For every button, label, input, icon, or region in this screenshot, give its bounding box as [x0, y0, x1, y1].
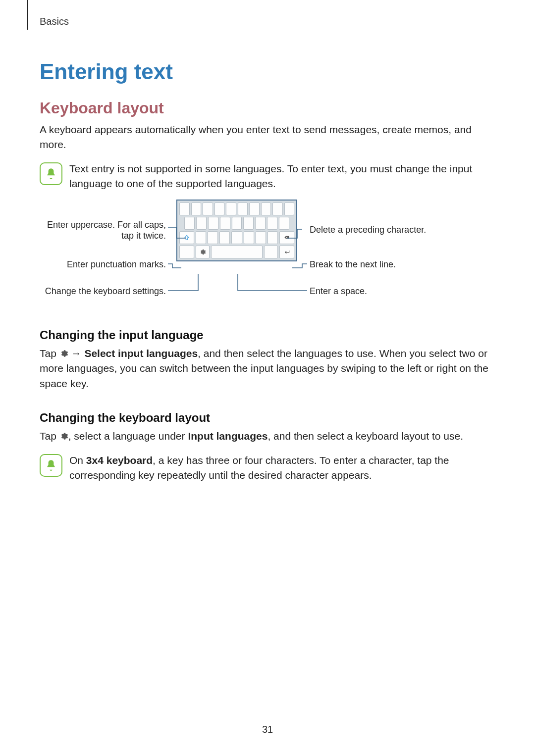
- subheading-input-language: Changing the input language: [40, 328, 495, 342]
- key-blank: [184, 217, 195, 230]
- symbols-key: [179, 246, 194, 258]
- key-blank: [243, 217, 254, 230]
- bold-text: 3x4 keyboard: [86, 454, 153, 466]
- subheading-keyboard-layout: Changing the keyboard layout: [40, 411, 495, 425]
- key-blank: [232, 217, 242, 230]
- text: , and then select a keyboard layout to u…: [268, 430, 463, 442]
- callout-nextline: Break to the next line.: [310, 259, 458, 270]
- callout-uppercase: Enter uppercase. For all caps, tap it tw…: [40, 219, 166, 242]
- callout-space: Enter a space.: [310, 286, 458, 297]
- key-blank: [267, 217, 277, 230]
- intro-paragraph: A keyboard appears automatically when yo…: [40, 122, 495, 152]
- backspace-key: [279, 231, 294, 244]
- key-blank: [268, 231, 278, 244]
- note-3x4-keyboard: On 3x4 keyboard, a key has three or four…: [40, 453, 495, 483]
- keyboard-graphic: [176, 200, 297, 261]
- key-blank: [219, 231, 230, 244]
- key-blank: [255, 217, 266, 230]
- settings-key: [196, 246, 210, 258]
- text: Tap: [40, 430, 59, 442]
- key-blank: [244, 231, 254, 244]
- key-blank: [203, 202, 213, 215]
- text: , select a language under: [68, 430, 188, 442]
- space-key: [211, 246, 263, 258]
- bold-text: Input languages: [188, 430, 268, 442]
- callout-punctuation: Enter punctuation marks.: [40, 259, 166, 270]
- paragraph-input-language: Tap → Select input languages, and then s…: [40, 346, 495, 391]
- header-divider: [27, 0, 28, 30]
- page-number: 31: [0, 724, 535, 735]
- note-bell-icon: [40, 162, 62, 185]
- text: On: [69, 454, 86, 466]
- text: →: [68, 348, 85, 359]
- key-blank: [191, 202, 202, 215]
- key-blank: [279, 217, 289, 230]
- note-text: On 3x4 keyboard, a key has three or four…: [69, 453, 495, 483]
- gear-icon: [59, 430, 68, 439]
- page-title: Entering text: [40, 59, 495, 84]
- key-blank: [220, 217, 230, 230]
- key-blank: [196, 231, 206, 244]
- manual-page: Basics Entering text Keyboard layout A k…: [0, 0, 535, 756]
- key-blank: [179, 202, 190, 215]
- text: Tap: [40, 348, 59, 359]
- running-header: Basics: [40, 16, 69, 27]
- note-bell-icon: [40, 454, 62, 477]
- keyboard-diagram: Enter uppercase. For all caps, tap it tw…: [40, 200, 495, 308]
- key-blank: [272, 202, 283, 215]
- key-blank: [196, 217, 207, 230]
- gear-icon: [59, 347, 68, 356]
- section-heading-keyboard-layout: Keyboard layout: [40, 99, 495, 117]
- enter-key: [279, 246, 294, 258]
- callout-settings: Change the keyboard settings.: [40, 286, 166, 297]
- period-key: [264, 246, 278, 258]
- key-blank: [214, 202, 225, 215]
- key-blank: [256, 231, 266, 244]
- key-blank: [238, 202, 248, 215]
- key-blank: [284, 202, 295, 215]
- key-blank: [249, 202, 260, 215]
- note-language-support: Text entry is not supported in some lang…: [40, 161, 495, 192]
- paragraph-keyboard-layout: Tap , select a language under Input lang…: [40, 429, 495, 444]
- bold-text: Select input languages: [84, 348, 198, 359]
- key-blank: [231, 231, 242, 244]
- key-blank: [208, 217, 218, 230]
- key-blank: [261, 202, 271, 215]
- key-blank: [226, 202, 236, 215]
- callout-delete: Delete a preceding character.: [310, 224, 458, 236]
- shift-key: [179, 231, 194, 244]
- note-text: Text entry is not supported in some lang…: [69, 161, 495, 192]
- key-blank: [208, 231, 218, 244]
